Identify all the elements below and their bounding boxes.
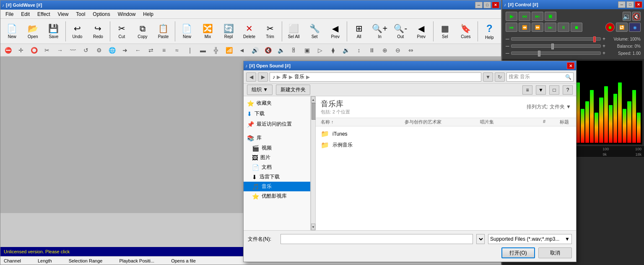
tb2-arrow-l2[interactable]: ◄ [236,45,248,55]
tb2-arrow-down[interactable]: ↕ [353,45,365,55]
tb2-move[interactable]: ✛ [15,45,27,55]
speed-slider[interactable] [511,51,601,55]
menu-file[interactable]: File [2,10,17,18]
control-close[interactable]: ✕ [635,1,642,8]
toolbar-in[interactable]: 🔍+ In [370,20,390,43]
view-pane-button[interactable]: □ [549,85,559,95]
toolbar-selall[interactable]: ⬜ Sel All [284,20,304,43]
sidebar-scrollbar[interactable]: ▲ ▼ [311,96,316,230]
toolbar-repl[interactable]: 🔄 Repl [218,20,239,43]
play-button[interactable]: ▶ [506,12,517,21]
tb2-mute[interactable]: 🔇 [262,45,274,55]
scroll-up-arrow[interactable]: ▲ [311,96,315,103]
sidebar-downloads[interactable]: ⬇ 下载 [244,108,310,119]
open-button[interactable]: 打开(O) [501,247,535,258]
toolbar-help[interactable]: ? Help [480,20,500,43]
sidebar-library-header[interactable]: 📚 库 [244,133,310,143]
menu-edit[interactable]: Edit [18,10,33,18]
tb2-marker[interactable]: | [184,45,196,55]
tb2-scissors[interactable]: ✂ [41,45,53,55]
tb2-globe[interactable]: 🌐 [106,45,118,55]
sidebar-favorites[interactable]: ⭐ 收藏夹 [244,98,310,108]
menu-effect[interactable]: Effect [34,10,53,18]
col-title-header[interactable]: 标题 [560,119,571,125]
tb2-cross[interactable]: ╬ [210,45,222,55]
dialog-close-button[interactable]: ✕ [567,62,574,69]
speed-minus-icon[interactable]: ─ [506,50,509,56]
toolbar-delete[interactable]: ✕ Delete [239,20,260,43]
sidebar-music[interactable]: 🎵 音乐 [244,182,310,191]
filename-dropdown-btn[interactable] [476,234,485,244]
volume-plus-icon[interactable]: + [602,36,605,42]
minimize-button[interactable]: ─ [475,2,483,8]
tb2-speaker2[interactable]: 🔈 [275,45,287,55]
toolbar-paste[interactable]: 📋 Paste [153,20,174,43]
toolbar-redo[interactable]: ↪ Redo [88,20,108,43]
toolbar-open[interactable]: 📂 Open [23,20,43,43]
scroll-track[interactable] [311,103,315,224]
toolbar-cues[interactable]: 🔖 Cues [456,20,476,43]
col-name-header[interactable]: 名称 ↑ [321,119,405,125]
col-artist-header[interactable]: 参与创作的艺术家 [405,119,480,125]
tb2-gear[interactable]: ⚙ [93,45,105,55]
toolbar-copy[interactable]: ⧉ Copy [132,20,153,43]
speed-plus-icon[interactable]: + [602,50,605,56]
col-album-header[interactable]: 唱片集 [480,119,543,125]
toolbar-trim[interactable]: ✂ Trim [260,20,280,43]
toolbar-sel[interactable]: ▦ Sel [435,20,455,43]
nav-back-button[interactable]: ◀ [246,72,256,82]
tb2-circle[interactable]: ⭕ [28,45,40,55]
volume-down-btn[interactable]: 🔉 [623,12,631,21]
search-box[interactable]: 搜索 音乐 🔍 [506,72,574,82]
filename-dropdown-select[interactable] [476,234,485,244]
record-btn[interactable]: ⏺ [605,23,615,32]
loop-btn[interactable]: 🔁 [616,23,628,32]
sidebar-xunlei[interactable]: ⬇ 迅雷下载 [244,172,310,182]
tb2-stop[interactable]: ⛔ [2,45,14,55]
tb2-speaker[interactable]: 🔊 [249,45,261,55]
toolbar-mix[interactable]: 🔀 Mix [198,20,218,43]
volume-minus-icon[interactable]: ─ [506,36,509,42]
tb2-arrows[interactable]: ⇔ [405,45,417,55]
tb2-eq[interactable]: ≡ [158,45,170,55]
toolbar-prev[interactable]: ◀ Prev [325,20,345,43]
fast-forward-btn[interactable]: ⏩ [532,23,543,32]
menu-window[interactable]: Window [114,10,139,18]
mute-btn[interactable]: 🔇 [632,12,641,21]
filetype-dropdown[interactable]: Supported Files (*.wav;*.mp3... ▼ [488,234,572,244]
breadcrumb-library[interactable]: 库 [282,73,287,80]
balance-minus-icon[interactable]: ─ [506,43,509,49]
tb2-arrow-l[interactable]: ← [132,45,144,55]
toolbar-prev2[interactable]: ◀ Prev [411,20,431,43]
file-item-itunes[interactable]: 📁 iTunes [316,128,576,139]
nav-forward-button[interactable]: ▶ [258,72,268,82]
stop2-btn[interactable]: ⏹ [571,23,582,32]
tb2-bar[interactable]: ▬ [197,45,209,55]
skip-end-button[interactable]: ⏭ [532,12,543,21]
menu-tool[interactable]: Tool [73,10,88,18]
tb2-arrow-r3[interactable]: ▷ [314,45,326,55]
rewind-btn[interactable]: ⏮ [506,23,517,32]
toolbar-out[interactable]: 🔍- Out [390,20,410,43]
volume-slider[interactable] [511,37,601,41]
refresh-button[interactable]: ↻ [495,72,505,82]
menu-help[interactable]: Help [140,10,157,18]
sidebar-pictures[interactable]: 🖼 图片 [244,153,310,162]
scroll-down-arrow[interactable]: ▼ [311,224,315,230]
organize-button[interactable]: 组织 ▼ [247,85,273,95]
end-btn[interactable]: ⏭ [545,23,556,32]
breadcrumb-dropdown[interactable]: ▼ [483,72,493,82]
tb2-square[interactable]: ▣ [301,45,313,55]
toolbar-new2[interactable]: 📄 New [177,20,197,43]
balance-slider[interactable] [511,44,601,48]
view-list-button[interactable]: ≡ [522,85,532,95]
sidebar-documents[interactable]: 📄 文档 [244,162,310,172]
tb2-arrow-r[interactable]: → [54,45,66,55]
toolbar-undo[interactable]: ↩ Undo [68,20,88,43]
control-maximize[interactable]: □ [626,1,634,8]
balance-plus-icon[interactable]: + [602,43,605,49]
new-folder-button[interactable]: 新建文件夹 [276,85,310,95]
col-num-header[interactable]: # [543,119,560,125]
breadcrumb-music[interactable]: 音乐 [294,73,304,80]
pause-btn[interactable]: ⏸ [558,23,569,32]
